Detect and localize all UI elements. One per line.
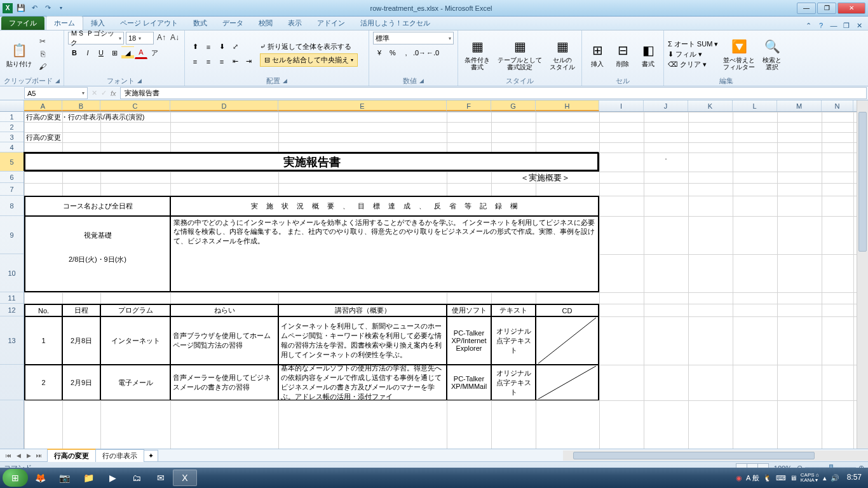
row-head-2[interactable]: 2 [0, 122, 24, 132]
close-button[interactable]: ✕ [837, 3, 865, 14]
paste-button[interactable]: 📋 貼り付け [4, 40, 34, 69]
fx-icon[interactable]: fx [111, 90, 116, 97]
row-head-8[interactable]: 8 [0, 196, 24, 216]
row-head-7[interactable]: 7 [0, 183, 24, 196]
view-tab[interactable]: 表示 [280, 17, 309, 30]
help-icon[interactable]: ? [816, 22, 826, 30]
workbook-close-icon[interactable]: ✕ [854, 22, 864, 30]
row-2-c5[interactable]: PC-Talker XP/MMMail [447, 365, 491, 400]
orientation-icon[interactable]: ⤢ [229, 41, 241, 53]
format-cells-button[interactable]: ◧書式 [637, 40, 660, 69]
course-name[interactable]: 視覚基礎 [24, 216, 170, 254]
comma-icon[interactable]: , [400, 46, 412, 59]
font-launcher-icon[interactable]: ◢ [137, 78, 142, 84]
addins-tab[interactable]: アドイン [309, 17, 353, 30]
row-1-c5[interactable]: PC-Talker XP/Internet Explorer [447, 316, 491, 365]
row-2-c6[interactable]: オリジナル点字テキスト [491, 365, 536, 400]
tray-icon-3[interactable]: ⌨ [776, 474, 786, 482]
cell-a3[interactable]: 行高の変更 [24, 132, 170, 142]
decrease-font-icon[interactable]: A↓ [169, 32, 180, 43]
row-head-9[interactable]: 9 [0, 216, 24, 254]
tray-icon-1[interactable]: ◉ [736, 474, 742, 482]
taskbar-app-3[interactable]: 📁 [76, 470, 100, 486]
wrap-text-button[interactable]: ⤶折り返して全体を表示する [260, 42, 358, 51]
formula-input[interactable]: 実施報告書 [120, 87, 867, 99]
align-right-icon[interactable]: ≡ [215, 55, 228, 68]
format-painter-icon[interactable]: 🖌 [37, 61, 48, 72]
worksheet-grid[interactable]: ABCDEFGHIJKLMN 12345678910111213 行高の変更・行… [0, 100, 868, 449]
phonetic-button[interactable]: ア [148, 46, 161, 59]
col-head-C[interactable]: C [100, 100, 170, 111]
font-name-combo[interactable]: ＭＳ Ｐゴシック▾ [68, 32, 124, 44]
horizontal-scrollbar[interactable] [563, 451, 868, 461]
col-head-K[interactable]: K [688, 100, 733, 111]
col-head-L[interactable]: L [733, 100, 777, 111]
find-select-button[interactable]: 🔍検索と 選択 [760, 36, 784, 72]
caps-kana[interactable]: CAPS ⌂ KANA ▾ [801, 473, 819, 483]
bold-button[interactable]: B [68, 46, 81, 59]
hdr-soft[interactable]: 使用ソフト [447, 304, 491, 316]
row-head-4[interactable]: 4 [0, 142, 24, 152]
sheet-nav-first-icon[interactable]: ⏮ [4, 452, 13, 459]
tray-icon-4[interactable]: 🖥 [790, 474, 797, 482]
row-1-cd[interactable] [536, 316, 599, 365]
file-tab[interactable]: ファイル [1, 17, 44, 30]
decrease-decimal-icon[interactable]: ←.0 [426, 46, 439, 59]
usage-tab[interactable]: 活用しよう！エクセル [353, 17, 438, 30]
pagelayout-tab[interactable]: ページ レイアウト [112, 17, 186, 30]
delete-cells-button[interactable]: ⊟削除 [611, 40, 634, 69]
col-head-J[interactable]: J [644, 100, 688, 111]
hdr-no[interactable]: No. [24, 304, 62, 316]
merge-center-button[interactable]: ⊟セルを結合して中央揃え▾ [260, 53, 358, 67]
border-button[interactable]: ⊞ [108, 46, 121, 59]
name-box[interactable]: A5▾ [24, 87, 88, 99]
clear-button[interactable]: ⌫クリア ▾ [668, 60, 718, 69]
overview-label[interactable]: ＜実施概要＞ [491, 172, 599, 183]
fill-button[interactable]: ⬇フィル ▾ [668, 50, 718, 59]
col-head-I[interactable]: I [599, 100, 644, 111]
hscroll-thumb[interactable] [573, 452, 815, 459]
vertical-scrollbar[interactable] [857, 100, 868, 449]
autosum-button[interactable]: Σオート SUM ▾ [668, 39, 718, 49]
align-left-icon[interactable]: ≡ [189, 55, 201, 68]
copy-icon[interactable]: ⎘ [37, 48, 48, 60]
sheet-nav-prev-icon[interactable]: ◀ [14, 452, 23, 459]
save-icon[interactable]: 💾 [15, 3, 27, 14]
course-dates[interactable]: 2/8日(火)・9日(水) [24, 254, 170, 292]
volume-icon[interactable]: 🔊 [831, 474, 839, 482]
maximize-button[interactable]: ❐ [817, 3, 836, 14]
row-1-c6[interactable]: オリジナル点字テキスト [491, 316, 536, 365]
sheet-nav-last-icon[interactable]: ⏭ [34, 452, 43, 459]
insert-tab[interactable]: 挿入 [83, 17, 112, 30]
row-head-11[interactable]: 11 [0, 292, 24, 304]
hdr-text[interactable]: テキスト [491, 304, 536, 316]
hdr-date[interactable]: 日程 [62, 304, 100, 316]
row-1-c3[interactable]: 音声ブラウザを使用してホームページ閲覧方法の習得 [170, 316, 278, 365]
alignment-launcher-icon[interactable]: ◢ [283, 78, 287, 84]
col-head-H[interactable]: H [536, 100, 599, 111]
taskbar-app-5[interactable]: 🗂 [125, 470, 149, 486]
row-head-6[interactable]: 6 [0, 172, 24, 183]
col-head-G[interactable]: G [491, 100, 536, 111]
tray-icon-2[interactable]: 🐧 [763, 474, 772, 482]
row-head-10[interactable]: 10 [0, 254, 24, 292]
align-middle-icon[interactable]: ≡ [202, 41, 215, 53]
hdr-cd[interactable]: CD [536, 304, 599, 316]
accounting-icon[interactable]: ¥ [373, 46, 386, 59]
cut-icon[interactable]: ✂ [37, 36, 48, 47]
conditional-format-button[interactable]: ▦条件付き 書式 [462, 36, 492, 72]
hdr-prog[interactable]: プログラム [100, 304, 170, 316]
hdr-content[interactable]: 講習内容（概要） [278, 304, 447, 316]
align-center-icon[interactable]: ≡ [202, 55, 215, 68]
sort-filter-button[interactable]: 🔽並べ替えと フィルター [721, 36, 757, 72]
taskbar-app-4[interactable]: ▶ [100, 470, 125, 486]
period-cell[interactable]: . [644, 152, 688, 172]
underline-button[interactable]: U [95, 46, 107, 59]
col-head-N[interactable]: N [822, 100, 853, 111]
hdr-summary[interactable]: 実 施 状 況 概 要 、 目 標 達 成 、 反 省 等 記 録 欄 [170, 196, 599, 216]
ime-mode[interactable]: A 般 [746, 473, 759, 483]
row-2-c4[interactable]: 基本的なメールソフトの使用方法の学習。得意先への依頼内容をメールで作成し送信する… [278, 365, 447, 400]
clock[interactable]: 8:57 [843, 473, 865, 482]
align-top-icon[interactable]: ⬆ [189, 41, 201, 53]
clipboard-launcher-icon[interactable]: ◢ [55, 78, 60, 84]
